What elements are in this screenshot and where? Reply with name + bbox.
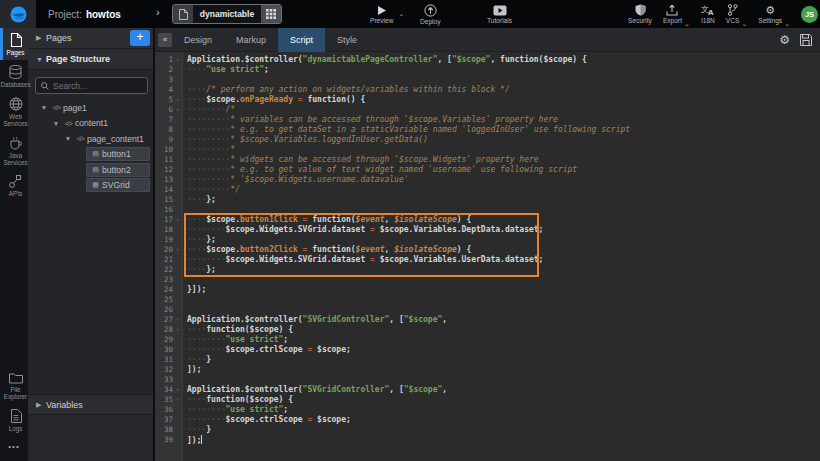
tab-script[interactable]: Script [278, 28, 325, 52]
fold-marker-icon[interactable]: - [175, 215, 180, 225]
page-structure-header[interactable]: ▼ Page Structure [28, 49, 153, 70]
tree-item-button1[interactable]: ▤button1 [28, 147, 153, 163]
tab-markup[interactable]: Markup [224, 28, 278, 52]
variables-section-header[interactable]: ▶ Variables [28, 394, 153, 415]
fold-marker-icon[interactable]: - [175, 55, 180, 65]
code-line: ····}; [187, 235, 820, 245]
code-area[interactable]: 1-2345-6-7891011121314151617-181920-2122… [155, 52, 820, 461]
tab-design[interactable]: Design [172, 28, 224, 52]
pages-panel: ▶ Pages + ▼ Page Structure ▼</>page1▼</>… [28, 28, 153, 461]
database-icon [9, 65, 22, 79]
search-input[interactable] [53, 81, 143, 91]
tutorials-button[interactable]: Tutorials [487, 0, 512, 28]
logs-icon [10, 409, 22, 423]
rail-item-web-services[interactable]: Web Services [0, 92, 28, 131]
rail-item-java-services[interactable]: Java Services [0, 131, 28, 170]
export-button[interactable]: Export ⌄ [663, 0, 690, 28]
page-tab-label: dynamictable [193, 5, 261, 23]
svg-text:A: A [708, 9, 714, 16]
line-number: 22 [155, 265, 182, 275]
rail-item-databases[interactable]: Databases [0, 60, 28, 92]
line-number: 3 [155, 75, 182, 85]
vcs-button[interactable]: VCS ⌄ [726, 0, 747, 28]
rail-item-apis[interactable]: APIs [0, 170, 28, 201]
app-logo[interactable] [0, 0, 36, 28]
structure-search[interactable] [35, 77, 148, 94]
line-number: 24 [155, 285, 182, 295]
rail-item-logs[interactable]: Logs [0, 404, 28, 436]
i18n-button[interactable]: 文 A I18N [701, 0, 715, 28]
line-number: 13 [155, 175, 182, 185]
expanded-arrow-icon[interactable]: ▼ [62, 135, 74, 142]
line-number: 36 [155, 405, 182, 415]
fold-marker-icon[interactable]: - [175, 315, 180, 325]
code-line [187, 375, 820, 385]
tree-item-page1[interactable]: ▼</>page1 [28, 100, 153, 116]
security-button[interactable]: Security [628, 0, 652, 28]
export-chevron-icon: ⌄ [684, 20, 690, 28]
line-number: 15 [155, 195, 182, 205]
rail-item-file-explorer[interactable]: File Explorer [0, 367, 28, 404]
settings-button[interactable]: ⚙ Settings ⌄ [758, 0, 790, 28]
preview-chevron-icon: ⌄ [398, 10, 404, 18]
code-line: ····function($scope) { [187, 395, 820, 405]
fold-marker-icon[interactable]: - [175, 105, 180, 115]
add-page-button[interactable]: + [130, 30, 150, 46]
user-avatar[interactable]: JS [801, 6, 818, 23]
fold-marker-icon[interactable]: - [175, 325, 180, 335]
tree-item-SVGrid[interactable]: ▦SVGrid [28, 178, 153, 194]
globe-icon [9, 97, 23, 111]
markup-widget-icon: </> [74, 135, 87, 142]
collapse-panel-button[interactable]: « [158, 33, 172, 47]
line-number: 4 [155, 85, 182, 95]
code-line: ········$scope.Widgets.SVGrid.dataset = … [187, 255, 820, 265]
fold-marker-icon[interactable]: - [175, 395, 180, 405]
fold-marker-icon[interactable]: - [175, 95, 180, 105]
code-line: ········"use strict"; [187, 405, 820, 415]
code-line: ····function($scope) { [187, 325, 820, 335]
line-number: 39 [155, 435, 182, 445]
code-line: ·········*/ [187, 185, 820, 195]
code-content[interactable]: Application.$controller("dynamictablePag… [183, 52, 820, 461]
coffee-cup-icon [9, 136, 23, 150]
deploy-button[interactable]: Deploy [420, 0, 441, 28]
line-number: 35- [155, 395, 182, 405]
code-line: ·········* e.g. to get value of text wid… [187, 165, 820, 175]
fold-marker-icon[interactable]: - [175, 385, 180, 395]
code-line: ········"use strict"; [187, 335, 820, 345]
tree-item-page_content1[interactable]: ▼</>page_content1 [28, 131, 153, 147]
panel-filler [28, 416, 153, 461]
tree-item-content1[interactable]: ▼</>content1 [28, 116, 153, 132]
code-line: ]); [187, 365, 820, 375]
editor-settings-gear-icon[interactable]: ⚙ [779, 34, 790, 46]
code-line: ·········* [187, 145, 820, 155]
search-icon [41, 82, 49, 90]
save-icon[interactable] [800, 34, 812, 46]
page-structure-tree: ▼</>page1▼</>content1▼</>page_content1▤b… [28, 100, 153, 193]
line-number: 34- [155, 385, 182, 395]
panel-divider[interactable] [153, 28, 155, 461]
line-number: 1- [155, 55, 182, 65]
expanded-arrow-icon[interactable]: ▼ [38, 104, 50, 111]
line-number: 26 [155, 305, 182, 315]
api-connector-icon [9, 175, 22, 188]
settings-chevron-icon: ⌄ [784, 20, 790, 28]
pages-waffle-icon[interactable] [261, 5, 281, 23]
line-number: 38 [155, 425, 182, 435]
rail-more-button[interactable]: ••• [0, 442, 28, 451]
rail-item-pages[interactable]: Pages [0, 28, 28, 60]
code-line: ····} [187, 425, 820, 435]
page-doc-icon [173, 5, 193, 23]
line-number: 31 [155, 355, 182, 365]
page-tab-dynamictable[interactable]: dynamictable [172, 4, 282, 24]
tab-style[interactable]: Style [325, 28, 369, 52]
button-widget-icon: ▤ [89, 166, 102, 174]
tree-item-label: content1 [75, 118, 108, 128]
pages-section-header[interactable]: ▶ Pages + [28, 28, 153, 49]
expanded-arrow-icon[interactable]: ▼ [50, 120, 62, 127]
fold-marker-icon[interactable]: - [175, 245, 180, 255]
tree-item-button2[interactable]: ▤button2 [28, 162, 153, 178]
preview-button[interactable]: Preview ⌄ [370, 0, 404, 28]
code-line: ·········* e.g. to get dataSet in a stat… [187, 125, 820, 135]
line-number: 11 [155, 155, 182, 165]
